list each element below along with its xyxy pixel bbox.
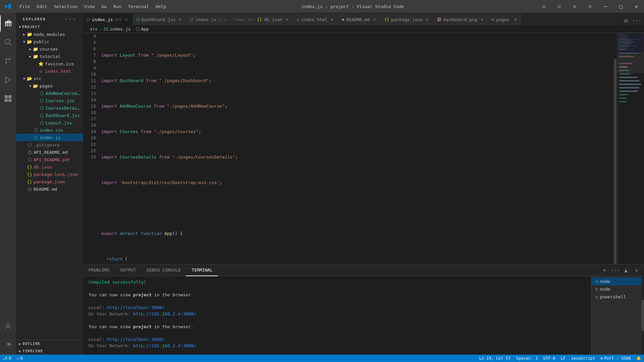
tab-dashboard-png[interactable]: 🖼 dashboard.png ✕ [434, 13, 488, 25]
terminal-session-node2[interactable]: ⊡ node [591, 285, 641, 293]
tree-index-html-public[interactable]: ▶ ◇ index.html [16, 67, 83, 75]
minimize-button[interactable]: ─ [598, 0, 613, 13]
tree-dashboard[interactable]: ▶ ⬡ Dashboard.jsx [16, 112, 83, 119]
tab-close-button[interactable]: ✕ [284, 17, 290, 22]
tree-addnewcourse[interactable]: ▶ ⬡ AddNewCourse.jsx [16, 89, 83, 97]
layout-btn2[interactable]: ⊡ [551, 0, 567, 13]
breadcrumb-file[interactable]: index.js [110, 26, 131, 32]
tab-terminal[interactable]: TERMINAL [186, 264, 218, 276]
tree-node-modules[interactable]: ▶ 📁 node_modules [16, 31, 83, 38]
activity-settings-icon[interactable] [0, 336, 16, 352]
activity-debug-icon[interactable] [0, 72, 16, 88]
tab-close-button[interactable]: ✕ [329, 17, 335, 22]
tab-close-button[interactable]: ✕ [124, 17, 129, 22]
layout-btn[interactable]: ⊟ [536, 0, 551, 13]
menu-go[interactable]: Go [98, 0, 110, 13]
outline-header[interactable]: ▶ OUTLINE [16, 340, 83, 347]
tree-public[interactable]: ▼ 📂 public [16, 38, 83, 45]
tab-debug-console[interactable]: DEBUG CONSOLE [142, 264, 186, 276]
activity-accounts-icon[interactable] [0, 318, 16, 335]
status-eol[interactable]: LF [558, 355, 568, 362]
split-editor-button[interactable]: ⊟ [621, 16, 631, 25]
terminal-more-button[interactable]: ··· [610, 265, 620, 275]
tree-favicon[interactable]: ▶ ⭐ favicon.ico [16, 60, 83, 67]
code-editor[interactable]: 4 5 6 7 8 9 10 11 12 13 14 15 16 [83, 33, 617, 264]
menu-run[interactable]: Run [110, 0, 124, 13]
tree-courses-jsx[interactable]: ▶ ⬡ Courses.jsx [16, 97, 83, 104]
folder-icon: 📁 [33, 54, 38, 59]
breadcrumb-src[interactable]: src [90, 26, 98, 32]
code-editor-scrollbar[interactable] [613, 33, 617, 264]
status-language[interactable]: JavaScript [568, 355, 598, 362]
menu-help[interactable]: Help [152, 0, 169, 13]
tree-db-json[interactable]: ▶ {} db.json [16, 163, 83, 171]
status-line-col[interactable]: Ln 19, Col 57 [477, 355, 514, 362]
close-button[interactable]: ✕ [629, 0, 644, 13]
tab-close-button[interactable]: ✕ [177, 17, 183, 22]
tree-layout[interactable]: ▶ ⬡ Layout.jsx [16, 119, 83, 126]
tab-index-html[interactable]: ◇ index.html ✕ [293, 13, 339, 25]
status-encoding[interactable]: UTF-8 [540, 355, 558, 362]
tab-problems[interactable]: PROBLEMS [83, 264, 115, 276]
project-header[interactable]: ▼ PROJECT [16, 24, 83, 31]
tree-pages[interactable]: ▼ 📂 pages [16, 82, 83, 89]
tree-api-readme-pdf[interactable]: ▶ ⬡ API_README.pdf [16, 156, 83, 163]
activity-explorer-icon[interactable] [0, 15, 16, 32]
status-branch-item[interactable]: ⎇ 0 [0, 355, 14, 362]
maximize-button[interactable]: □ [613, 0, 629, 13]
tree-src[interactable]: ▼ 📂 src [16, 75, 83, 82]
menu-view[interactable]: View [81, 0, 98, 13]
pages-tab-icon: ≡ [492, 17, 494, 22]
status-port[interactable]: ⊕ Port : 5500 [598, 355, 634, 362]
menu-selection[interactable]: Selection [51, 0, 81, 13]
terminal-scrollbar[interactable] [641, 276, 644, 355]
tree-courses[interactable]: ▶ 📁 courses [16, 45, 83, 53]
sidebar-more-button[interactable]: ··· [65, 16, 76, 22]
status-notifications[interactable]: 🔔 [634, 355, 644, 362]
terminal-close-button[interactable]: ✕ [632, 265, 641, 275]
tab-readme-md[interactable]: ◈ README.md ✕ [338, 13, 381, 25]
tree-tutorial[interactable]: ▶ 📁 tutorial [16, 53, 83, 60]
tree-package-json[interactable]: ▶ {} package.json [16, 178, 83, 185]
new-terminal-button[interactable]: + [600, 265, 609, 275]
tab-close-button[interactable]: ✕ [479, 17, 485, 22]
tab-index-js-path[interactable]: ⬡ index.js C:\...\Temp1_project.zip\... … [186, 13, 254, 25]
tab-pages[interactable]: ≡ pages ✕ [488, 13, 522, 25]
menu-terminal[interactable]: Terminal [125, 0, 153, 13]
tree-readme[interactable]: ▶ ⬡ README.md [16, 185, 83, 193]
activity-search-icon[interactable] [0, 34, 16, 50]
tree-gitignore[interactable]: ▶ ⬡ .gitignore [16, 141, 83, 148]
tab-output[interactable]: OUTPUT [115, 264, 142, 276]
status-errors-item[interactable]: ⚠ 0 [14, 355, 25, 362]
layout-btn4[interactable]: ⊟ [582, 0, 598, 13]
activity-git-icon[interactable] [0, 53, 16, 69]
tab-close-button[interactable]: ✕ [372, 17, 377, 22]
terminal-maximize-button[interactable]: ▲ [621, 265, 631, 275]
tree-api-readme[interactable]: ▶ ⬡ API_README.md [16, 148, 83, 156]
tab-db-json[interactable]: {} db.json ✕ [254, 13, 293, 25]
status-spaces[interactable]: Spaces: 2 [513, 355, 540, 362]
terminal-session-node1[interactable]: ⊡ node [591, 278, 641, 285]
folder-open-icon: 📂 [27, 39, 32, 44]
terminal-scroll-thumb[interactable] [641, 300, 644, 331]
timeline-header[interactable]: ▶ TIMELINE [16, 347, 83, 355]
tree-index-js[interactable]: ▶ ⬡ index.js [16, 134, 83, 141]
code-lines[interactable]: import Layout from "./pages/Layout"; imp… [100, 33, 613, 264]
tab-src-label: src [116, 18, 122, 21]
tab-index-js[interactable]: ⬡ index.js src ✕ [83, 13, 133, 25]
menu-edit[interactable]: Edit [33, 0, 50, 13]
tab-close-button[interactable]: ✕ [425, 17, 430, 22]
breadcrumb-symbol[interactable]: App [141, 26, 149, 32]
code-editor-scroll-thumb[interactable] [614, 59, 616, 264]
tree-coursesdetails[interactable]: ▶ ⬡ CoursesDetails.jsx [16, 104, 83, 112]
more-tabs-button[interactable]: ··· [632, 16, 641, 25]
tree-index-css[interactable]: ▶ ⬡ index.css [16, 126, 83, 134]
terminal-session-powershell[interactable]: ⊡ powershell [591, 293, 641, 301]
tab-close-button[interactable]: ✕ [513, 17, 518, 22]
tree-package-lock[interactable]: ▶ {} package-lock.json [16, 171, 83, 178]
layout-btn3[interactable]: ⊞ [567, 0, 582, 13]
menu-file[interactable]: File [16, 0, 33, 13]
tab-package-json[interactable]: {} package.json ✕ [381, 13, 434, 25]
tab-dashboard-jsx[interactable]: ⬡ Dashboard.jsx ✕ [133, 13, 187, 25]
activity-extensions-icon[interactable] [0, 90, 16, 107]
